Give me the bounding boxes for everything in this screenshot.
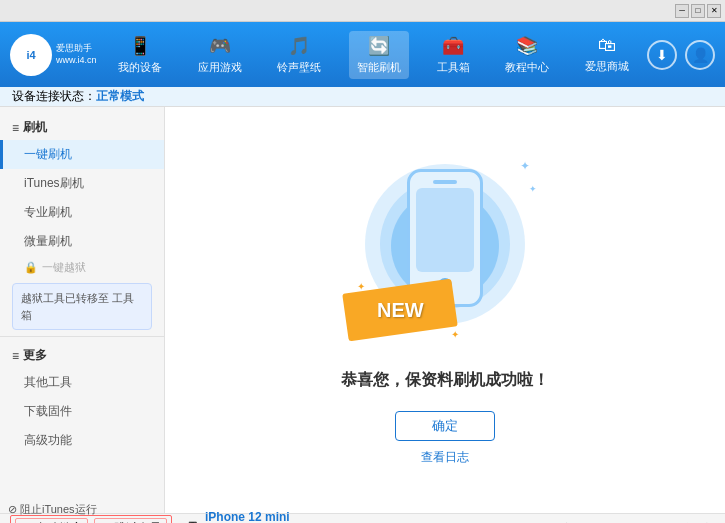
nav-ringtone-icon: 🎵 — [288, 35, 310, 57]
view-log-link[interactable]: 查看日志 — [421, 449, 469, 466]
more-section-icon: ≡ — [12, 349, 19, 363]
sparkle-top-right: ✦ — [520, 159, 530, 173]
itunes-status-text: 阻止iTunes运行 — [20, 502, 97, 517]
nav-store[interactable]: 🛍 爱思商城 — [577, 31, 637, 78]
nav-store-label: 爱思商城 — [585, 59, 629, 74]
device-details: iPhone 12 mini 64GB Down-12mini-13,1 — [205, 510, 294, 524]
nav-toolbox-icon: 🧰 — [442, 35, 464, 57]
nav-store-icon: 🛍 — [598, 35, 616, 56]
nav-items: 📱 我的设备 🎮 应用游戏 🎵 铃声壁纸 🔄 智能刷机 🧰 工具箱 📚 教程中心… — [100, 31, 647, 79]
device-name: iPhone 12 mini — [205, 510, 294, 524]
confirm-button[interactable]: 确定 — [395, 411, 495, 441]
download-button[interactable]: ⬇ — [647, 40, 677, 70]
sidebar-divider — [0, 336, 164, 337]
title-bar: ─ □ ✕ — [0, 0, 725, 22]
stop-icon: ⊘ — [8, 503, 17, 516]
minimize-button[interactable]: ─ — [675, 4, 689, 18]
close-button[interactable]: ✕ — [707, 4, 721, 18]
main-container: ≡ 刷机 一键刷机 iTunes刷机 专业刷机 微量刷机 🔒 一键越狱 越狱工具… — [0, 107, 725, 513]
sidebar: ≡ 刷机 一键刷机 iTunes刷机 专业刷机 微量刷机 🔒 一键越狱 越狱工具… — [0, 107, 165, 513]
sparkle-mid-right: ✦ — [529, 184, 537, 194]
header-right: ⬇ 👤 — [647, 40, 715, 70]
sidebar-item-pro-flash[interactable]: 专业刷机 — [0, 198, 164, 227]
nav-ringtone[interactable]: 🎵 铃声壁纸 — [269, 31, 329, 79]
logo-icon: i4 — [10, 34, 52, 76]
skip-wizard-checkbox[interactable]: 跳过向导 — [94, 518, 167, 523]
nav-toolbox-label: 工具箱 — [437, 60, 470, 75]
new-badge-text: NEW — [377, 299, 424, 322]
nav-tutorial-label: 教程中心 — [505, 60, 549, 75]
nav-tutorial[interactable]: 📚 教程中心 — [497, 31, 557, 79]
sidebar-item-advanced[interactable]: 高级功能 — [0, 426, 164, 455]
nav-flash-icon: 🔄 — [368, 35, 390, 57]
nav-ringtone-label: 铃声壁纸 — [277, 60, 321, 75]
restore-button[interactable]: □ — [691, 4, 705, 18]
status-value: 正常模式 — [96, 88, 144, 105]
nav-smart-flash[interactable]: 🔄 智能刷机 — [349, 31, 409, 79]
nav-appgame-icon: 🎮 — [209, 35, 231, 57]
window-controls: ─ □ ✕ — [675, 4, 721, 18]
nav-flash-label: 智能刷机 — [357, 60, 401, 75]
sidebar-item-other-tools[interactable]: 其他工具 — [0, 368, 164, 397]
logo-text: 爱思助手 www.i4.cn — [56, 43, 97, 66]
flash-section-icon: ≡ — [12, 121, 19, 135]
device-info: 📱 iPhone 12 mini 64GB Down-12mini-13,1 — [184, 510, 294, 524]
status-bar: 设备连接状态： 正常模式 — [0, 87, 725, 107]
status-label: 设备连接状态： — [12, 88, 96, 105]
success-message: 恭喜您，保资料刷机成功啦！ — [341, 370, 549, 391]
sidebar-item-micro-flash[interactable]: 微量刷机 — [0, 227, 164, 256]
phone-screen — [416, 188, 474, 272]
bottom-bar: 自动锁定 跳过向导 📱 iPhone 12 mini 64GB Down-12m… — [0, 513, 725, 523]
nav-tutorial-icon: 📚 — [516, 35, 538, 57]
phone-illustration: NEW ✦ ✦ ✦ ✦ — [355, 154, 535, 354]
sidebar-item-download-firmware[interactable]: 下载固件 — [0, 397, 164, 426]
itunes-status-bar: ⊘ 阻止iTunes运行 — [0, 496, 105, 523]
nav-app-game[interactable]: 🎮 应用游戏 — [190, 31, 250, 79]
nav-toolbox[interactable]: 🧰 工具箱 — [429, 31, 478, 79]
sidebar-section-flash: ≡ 刷机 — [0, 115, 164, 140]
sidebar-item-itunes-flash[interactable]: iTunes刷机 — [0, 169, 164, 198]
nav-device-icon: 📱 — [129, 35, 151, 57]
sidebar-locked-jailbreak: 🔒 一键越狱 — [0, 256, 164, 279]
sidebar-section-more: ≡ 更多 — [0, 343, 164, 368]
ribbon-star-left: ✦ — [357, 281, 365, 292]
header: i4 爱思助手 www.i4.cn 📱 我的设备 🎮 应用游戏 🎵 铃声壁纸 🔄… — [0, 22, 725, 87]
nav-my-device[interactable]: 📱 我的设备 — [110, 31, 170, 79]
sidebar-item-one-key-flash[interactable]: 一键刷机 — [0, 140, 164, 169]
nav-appgame-label: 应用游戏 — [198, 60, 242, 75]
lock-icon: 🔒 — [24, 261, 38, 274]
ribbon-star-right: ✦ — [451, 329, 459, 340]
user-button[interactable]: 👤 — [685, 40, 715, 70]
logo-area: i4 爱思助手 www.i4.cn — [10, 34, 100, 76]
sidebar-jailbreak-notice: 越狱工具已转移至 工具箱 — [12, 283, 152, 330]
content-area: NEW ✦ ✦ ✦ ✦ 恭喜您，保资料刷机成功啦！ 确定 查看日志 — [165, 107, 725, 513]
nav-device-label: 我的设备 — [118, 60, 162, 75]
phone-speaker — [433, 180, 457, 184]
